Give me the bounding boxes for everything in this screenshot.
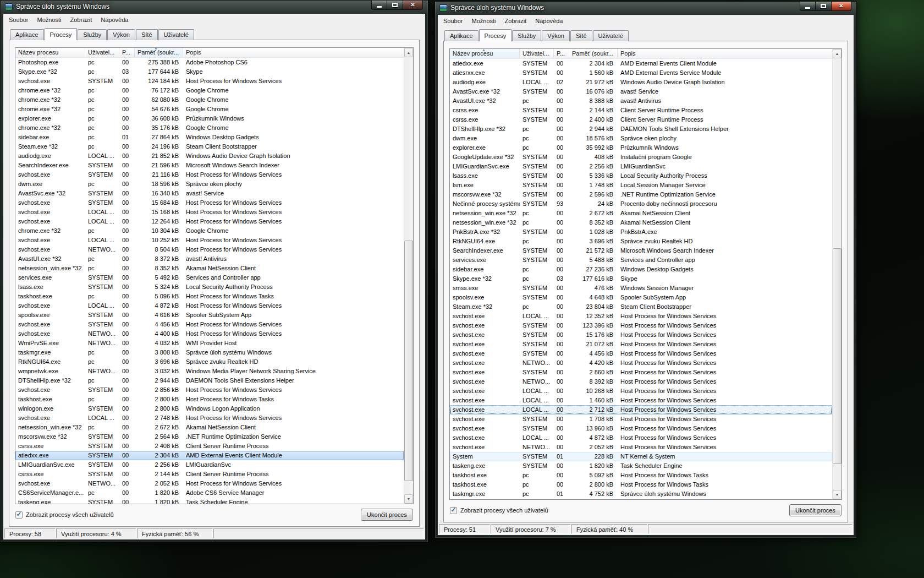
process-row[interactable]: DTShellHlp.exe *32pc002 944 kBDAEMON Too… xyxy=(15,376,404,385)
show-all-users-checkbox[interactable]: ✓ xyxy=(450,507,457,514)
process-row[interactable]: Nečinné procesy systémuSYSTEM9324 kBProc… xyxy=(450,199,832,209)
process-row[interactable]: AvastSvc.exe *32SYSTEM0016 076 kBavast! … xyxy=(450,87,832,96)
column-header-3[interactable]: Paměť (soukr... xyxy=(569,49,618,58)
process-row[interactable]: chrome.exe *32pc0062 080 kBGoogle Chrome xyxy=(15,95,404,105)
process-row[interactable]: LMIGuardianSvc.exeSYSTEM002 256 kBLMIGua… xyxy=(15,460,404,470)
process-row[interactable]: svchost.exeNETWO...008 504 kBHost Proces… xyxy=(15,245,404,254)
process-row[interactable]: DTShellHlp.exe *32pc002 944 kBDAEMON Too… xyxy=(450,124,832,134)
process-row[interactable]: AvastSvc.exe *32SYSTEM0016 340 kBavast! … xyxy=(15,189,404,198)
process-row[interactable]: chrome.exe *32pc0054 676 kBGoogle Chrome xyxy=(15,105,404,114)
process-row[interactable]: svchost.exeNETWO...004 400 kBHost Proces… xyxy=(15,329,404,339)
process-row[interactable]: csrss.exeSYSTEM002 144 kBClient Server R… xyxy=(450,106,832,115)
process-row[interactable]: svchost.exeLOCAL ...002 748 kBHost Proce… xyxy=(15,413,404,423)
process-row[interactable]: svchost.exeLOCAL ...002 712 kBHost Proce… xyxy=(450,405,832,415)
process-row[interactable]: services.exeSYSTEM005 488 kBServices and… xyxy=(450,255,832,265)
process-row[interactable]: winlogon.exeSYSTEM002 800 kBWindows Logo… xyxy=(15,404,404,413)
minimize-button[interactable] xyxy=(371,1,387,10)
column-header-1[interactable]: Uživatel... xyxy=(85,48,119,57)
tab-0[interactable]: Aplikace xyxy=(10,29,44,40)
process-row[interactable]: lsass.exeSYSTEM005 336 kBLocal Security … xyxy=(450,171,832,181)
process-row[interactable]: spoolsv.exeSYSTEM004 648 kBSpooler SubSy… xyxy=(450,293,832,302)
scroll-down-icon[interactable]: ▼ xyxy=(833,490,842,499)
scroll-up-icon[interactable]: ▲ xyxy=(404,48,413,57)
process-row[interactable]: SearchIndexer.exeSYSTEM0021 596 kBMicros… xyxy=(15,161,404,170)
menu-item-1[interactable]: Možnosti xyxy=(467,16,500,26)
process-row[interactable]: svchost.exeSYSTEM002 860 kBHost Process … xyxy=(450,368,832,377)
tab-5[interactable]: Uživatelé xyxy=(593,30,629,41)
show-all-users-checkbox[interactable]: ✓ xyxy=(15,511,23,519)
process-row[interactable]: CS6ServiceManager.e...pc001 820 kBAdobe … xyxy=(15,488,404,498)
menu-item-2[interactable]: Zobrazit xyxy=(66,15,97,25)
scrollbar-track[interactable] xyxy=(404,57,413,494)
tab-4[interactable]: Sítě xyxy=(136,29,158,40)
menu-item-2[interactable]: Zobrazit xyxy=(501,16,531,26)
process-row[interactable]: svchost.exeLOCAL ...004 872 kBHost Proce… xyxy=(450,433,832,443)
process-row[interactable]: PnkBstrA.exe *32SYSTEM001 028 kBPnkBstrA… xyxy=(450,227,832,237)
process-row[interactable]: svchost.exeSYSTEM0021 116 kBHost Process… xyxy=(15,170,404,179)
process-row[interactable]: SearchIndexer.exeSYSTEM0021 572 kBMicros… xyxy=(450,246,832,255)
tab-1[interactable]: Procesy xyxy=(479,29,512,41)
process-row[interactable]: taskhost.exepc005 096 kBHost Process for… xyxy=(15,292,404,301)
process-row[interactable]: csrss.exeSYSTEM002 144 kBClient Server R… xyxy=(15,470,404,479)
process-row[interactable]: svchost.exeNETWO...002 052 kBHost Proces… xyxy=(450,443,832,452)
close-button[interactable]: ✕ xyxy=(403,1,423,10)
process-row[interactable]: smss.exeSYSTEM00476 kBWindows Session Ma… xyxy=(450,283,832,293)
tab-4[interactable]: Sítě xyxy=(570,30,592,41)
maximize-button[interactable] xyxy=(816,2,832,11)
process-row[interactable]: LMIGuardianSvc.exeSYSTEM002 256 kBLMIGua… xyxy=(450,162,832,171)
menu-item-3[interactable]: Nápověda xyxy=(531,16,567,26)
title-bar[interactable]: Správce úloh systému Windows xyxy=(435,2,856,14)
process-row[interactable]: explorer.exepc0035 992 kBPrůzkumník Wind… xyxy=(450,143,832,152)
process-row[interactable]: svchost.exeLOCAL ...0012 264 kBHost Proc… xyxy=(15,217,404,226)
process-row[interactable]: svchost.exeLOCAL ...004 872 kBHost Proce… xyxy=(15,301,404,310)
process-row[interactable]: svchost.exeSYSTEM0021 072 kBHost Process… xyxy=(450,340,832,349)
process-row[interactable]: Steam.exe *32pc0023 804 kBSteam Client B… xyxy=(450,302,832,312)
tab-1[interactable]: Procesy xyxy=(45,28,78,40)
process-row[interactable]: netsession_win.exe *32pc002 672 kBAkamai… xyxy=(15,423,404,432)
process-row[interactable]: explorer.exepc0036 608 kBPrůzkumník Wind… xyxy=(15,114,404,123)
process-row[interactable]: mscorsvw.exe *32SYSTEM002 596 kB.NET Run… xyxy=(450,190,832,199)
process-row[interactable]: audiodg.exeLOCAL ...0021 852 kBWindows A… xyxy=(15,151,404,161)
process-row[interactable]: wmpnetwk.exeNETWO...003 032 kBWindows Me… xyxy=(15,367,404,376)
process-row[interactable]: atiedxx.exeSYSTEM002 304 kBAMD External … xyxy=(450,59,832,68)
vertical-scrollbar[interactable]: ▲ ▼ xyxy=(832,49,842,499)
scrollbar-thumb[interactable] xyxy=(404,241,413,481)
process-row[interactable]: mscorsvw.exe *32SYSTEM002 564 kB.NET Run… xyxy=(15,432,404,441)
tab-0[interactable]: Aplikace xyxy=(444,30,479,41)
process-row[interactable]: svchost.exeNETWO...004 420 kBHost Proces… xyxy=(450,358,832,368)
process-row[interactable]: taskhost.exepc002 800 kBHost Process for… xyxy=(450,480,832,489)
process-row[interactable]: svchost.exeLOCAL ...0010 252 kBHost Proc… xyxy=(15,236,404,245)
scrollbar-track[interactable] xyxy=(833,58,841,490)
process-row[interactable]: svchost.exeSYSTEM0013 960 kBHost Process… xyxy=(450,424,832,433)
process-row[interactable]: SystemSYSTEM01228 kBNT Kernel & System xyxy=(450,452,832,461)
process-row[interactable]: chrome.exe *32pc0035 176 kBGoogle Chrome xyxy=(15,123,404,133)
process-row[interactable]: Skype.exe *32pc03177 616 kBSkype xyxy=(450,274,832,283)
process-row[interactable]: svchost.exeSYSTEM001 708 kBHost Process … xyxy=(450,415,832,424)
menu-item-0[interactable]: Soubor xyxy=(4,15,32,25)
process-row[interactable]: taskeng.exeSYSTEM001 820 kBTask Schedule… xyxy=(450,461,832,471)
process-row[interactable]: svchost.exeSYSTEM00124 184 kBHost Proces… xyxy=(15,77,404,86)
tab-5[interactable]: Uživatelé xyxy=(158,29,194,40)
close-button[interactable]: ✕ xyxy=(832,2,851,11)
process-row[interactable]: atiedxx.exeSYSTEM002 304 kBAMD External … xyxy=(15,451,404,460)
process-row[interactable]: wininit.exeSYSTEM001 344 kBWindows Start… xyxy=(450,499,832,499)
process-row[interactable]: AvastUI.exe *32pc008 372 kBavast! Antivi… xyxy=(15,254,404,264)
process-row[interactable]: taskmgr.exepc014 752 kBSprávce úloh syst… xyxy=(450,489,832,499)
end-process-button[interactable]: Ukončit proces xyxy=(789,504,842,516)
process-row[interactable]: lsm.exeSYSTEM001 748 kBLocal Session Man… xyxy=(450,181,832,190)
process-row[interactable]: netsession_win.exe *32pc008 352 kBAkamai… xyxy=(450,218,832,227)
process-row[interactable]: svchost.exeLOCAL ...0015 168 kBHost Proc… xyxy=(15,208,404,217)
column-header-1[interactable]: Uživatel... xyxy=(520,49,554,58)
minimize-button[interactable] xyxy=(800,2,816,11)
process-row[interactable]: netsession_win.exe *32pc002 672 kBAkamai… xyxy=(450,209,832,218)
process-row[interactable]: svchost.exeSYSTEM004 456 kBHost Process … xyxy=(15,320,404,329)
column-header-2[interactable]: P... xyxy=(554,49,569,58)
process-row[interactable]: chrome.exe *32pc0076 172 kBGoogle Chrome xyxy=(15,86,404,95)
column-header-0[interactable]: Název procesu xyxy=(15,48,85,57)
process-row[interactable]: taskeng.exeSYSTEM001 820 kBTask Schedule… xyxy=(15,498,404,504)
process-row[interactable]: sidebar.exepc0027 236 kBWindows Desktop … xyxy=(450,265,832,274)
scrollbar-thumb[interactable] xyxy=(833,248,842,464)
process-row[interactable]: chrome.exe *32pc0010 304 kBGoogle Chrome xyxy=(15,226,404,236)
process-row[interactable]: svchost.exeLOCAL ...0012 352 kBHost Proc… xyxy=(450,312,832,321)
process-row[interactable]: spoolsv.exeSYSTEM004 616 kBSpooler SubSy… xyxy=(15,310,404,320)
